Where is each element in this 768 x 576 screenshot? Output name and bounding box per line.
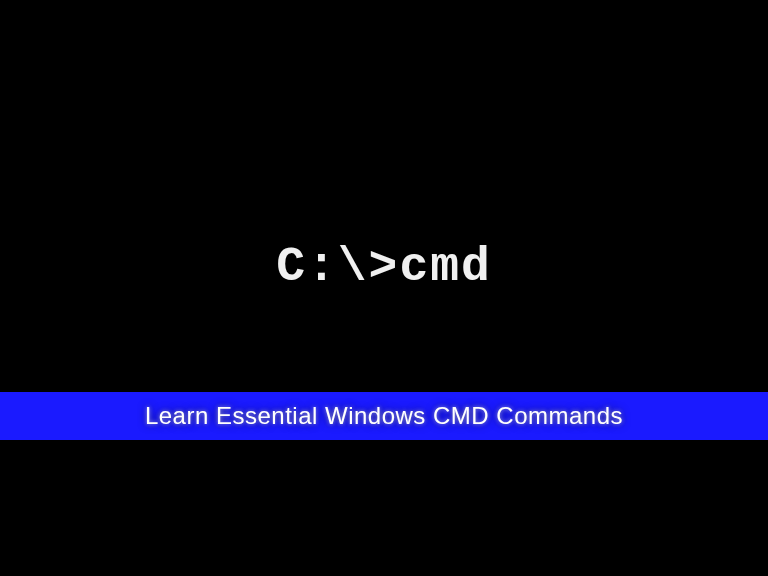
banner-title: Learn Essential Windows CMD Commands bbox=[145, 402, 623, 430]
command-prompt: C:\>cmd bbox=[276, 240, 492, 294]
terminal-screen: C:\>cmd bbox=[0, 0, 768, 576]
title-banner: Learn Essential Windows CMD Commands bbox=[0, 392, 768, 440]
